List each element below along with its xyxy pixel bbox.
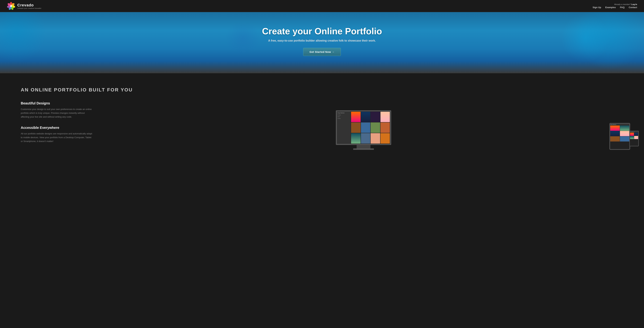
logo-text: Crevado Unleash your creative bravado!: [17, 3, 42, 9]
features-content: Beautiful Designs Customize your design …: [21, 101, 623, 150]
hero-title: Create your Online Portfolio: [262, 26, 382, 36]
devices-mockup: Diego Martinez Portfolio About Contact: [104, 101, 623, 150]
phone-header: Diego Martinez: [630, 131, 638, 133]
feature-desc-2: All our portfolio website designs are re…: [21, 132, 94, 143]
bokeh-circle-2: [226, 21, 260, 55]
hero-subtitle: A free, easy-to-use portfolio builder al…: [268, 39, 376, 42]
nav-contact[interactable]: Contact: [629, 6, 637, 9]
feature-title-1: Beautiful Designs: [21, 101, 94, 105]
desktop-monitor: Diego Martinez Portfolio About Contact: [336, 110, 391, 150]
monitor-base: [353, 148, 374, 150]
logo-name: Crevado: [17, 3, 42, 8]
feature-accessible-everywhere: Accessible Everywhere All our portfolio …: [21, 126, 94, 143]
get-started-button[interactable]: Get Started Now →: [303, 48, 341, 56]
bokeh-circle-1: [561, 14, 610, 62]
tablet-screen: Diego Martinez: [610, 124, 630, 149]
logo-area: Crevado Unleash your creative bravado!: [7, 2, 42, 10]
phone-grid: [630, 133, 638, 139]
monitor-screen: Diego Martinez Portfolio About Contact: [336, 110, 391, 145]
feature-beautiful-designs: Beautiful Designs Customize your design …: [21, 101, 94, 119]
nav-signup[interactable]: Sign Up: [592, 6, 601, 9]
phone-device: Diego Martinez: [629, 131, 639, 146]
navbar-right: Already a member? Log In Sign Up Example…: [592, 3, 637, 9]
tablet-device: Diego Martinez: [610, 123, 630, 150]
feature-title-2: Accessible Everywhere: [21, 126, 94, 130]
nav-faq[interactable]: FAQ: [620, 6, 624, 9]
features-heading: AN ONLINE PORTFOLIO BUILT FOR YOU: [21, 87, 623, 93]
nav-links: Sign Up Examples FAQ Contact: [592, 6, 637, 9]
hero-section: Create your Online Portfolio A free, eas…: [0, 12, 644, 73]
svg-point-7: [10, 5, 12, 7]
monitor-photo-grid: Diego Martinez Portfolio About Contact: [337, 111, 390, 144]
features-section: AN ONLINE PORTFOLIO BUILT FOR YOU Beauti…: [0, 73, 644, 161]
monitor-grid-photos: [351, 111, 390, 144]
nav-examples[interactable]: Examples: [605, 6, 616, 9]
feature-desc-1: Customize your design to suit your own p…: [21, 107, 94, 119]
monitor-stand: [356, 145, 370, 148]
logo-tagline: Unleash your creative bravado!: [17, 8, 42, 9]
navbar: Crevado Unleash your creative bravado! A…: [0, 0, 644, 12]
crevado-logo-icon: [7, 2, 15, 10]
phone-screen: Diego Martinez: [630, 131, 638, 146]
features-text: Beautiful Designs Customize your design …: [21, 101, 94, 150]
tablet-header: Diego Martinez: [610, 124, 630, 125]
monitor-sidebar: Diego Martinez Portfolio About Contact: [337, 111, 351, 144]
login-link[interactable]: Log In: [631, 3, 637, 5]
tablet-grid: [610, 125, 630, 142]
already-member-text: Already a member? Log In: [614, 3, 637, 5]
